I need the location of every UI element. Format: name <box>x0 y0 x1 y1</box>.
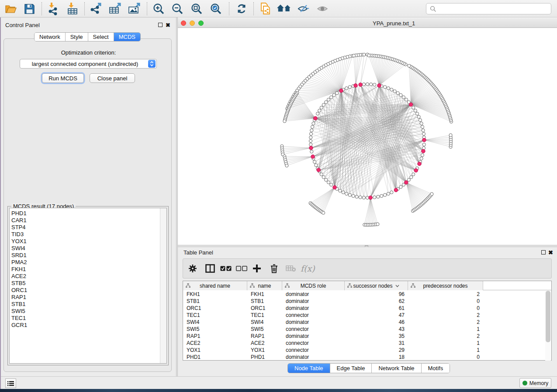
table-row[interactable]: ORC1ORC1dominator610 <box>183 305 545 312</box>
mcds-result-item[interactable]: CAR1 <box>10 217 166 224</box>
mcds-result-item[interactable]: PMA2 <box>10 259 166 266</box>
graph-hub-node[interactable] <box>369 196 373 200</box>
graph-node[interactable] <box>449 134 452 137</box>
table-float-icon[interactable] <box>541 250 546 254</box>
task-history-button[interactable] <box>5 378 16 388</box>
tab-edge-table[interactable]: Edge Table <box>330 364 372 373</box>
close-panel-button[interactable]: Close panel <box>90 73 135 83</box>
table-row[interactable]: ACE2ACE2connector311 <box>183 340 545 347</box>
refresh-button[interactable] <box>234 2 249 16</box>
tab-motifs[interactable]: Motifs <box>422 364 450 373</box>
graph-node[interactable] <box>348 86 351 89</box>
graph-hub-node[interactable] <box>359 83 363 87</box>
graph-node[interactable] <box>420 157 423 160</box>
graph-node[interactable] <box>399 93 402 96</box>
graph-node[interactable] <box>384 86 387 89</box>
zoom-out-button[interactable] <box>170 2 185 16</box>
graph-hub-node[interactable] <box>414 168 418 172</box>
graph-node[interactable] <box>312 122 315 125</box>
graph-node[interactable] <box>430 193 433 196</box>
graph-node[interactable] <box>327 181 330 184</box>
graph-node[interactable] <box>412 173 415 176</box>
mcds-result-item[interactable]: STB1 <box>10 301 166 308</box>
graph-node[interactable] <box>387 192 390 195</box>
open-file-button[interactable] <box>3 2 18 16</box>
import-network-button[interactable] <box>45 2 60 16</box>
graph-node[interactable] <box>421 125 424 128</box>
graph-node[interactable] <box>422 129 425 132</box>
graph-node[interactable] <box>322 175 325 179</box>
graph-node[interactable] <box>362 196 365 199</box>
graph-node[interactable] <box>415 112 419 115</box>
graph-hub-node[interactable] <box>339 89 343 93</box>
graph-node[interactable] <box>309 136 312 139</box>
mcds-result-item[interactable]: GCR1 <box>10 322 166 329</box>
mcds-result-item[interactable]: ORC1 <box>10 287 166 294</box>
float-panel-icon[interactable] <box>158 23 163 27</box>
graph-node[interactable] <box>417 115 420 118</box>
graph-hub-node[interactable] <box>422 149 426 153</box>
graph-node[interactable] <box>377 195 380 198</box>
graph-node[interactable] <box>363 53 366 56</box>
optimization-criterion-select[interactable]: largest connected component (undirected) <box>20 59 157 69</box>
graph-node[interactable] <box>396 92 399 95</box>
column-header-predecessor-nodes[interactable]: predecessor nodes <box>408 281 483 290</box>
graph-node[interactable] <box>352 54 355 57</box>
graph-hub-node[interactable] <box>405 181 408 185</box>
graph-node[interactable] <box>285 164 288 167</box>
graph-node[interactable] <box>412 106 415 109</box>
mcds-result-item[interactable]: RAP1 <box>10 294 166 301</box>
save-button[interactable] <box>22 2 37 16</box>
graph-node[interactable] <box>315 164 318 167</box>
graph-node[interactable] <box>370 83 373 86</box>
table-scrollbar[interactable] <box>545 291 551 361</box>
graph-node[interactable] <box>342 191 345 194</box>
graph-node[interactable] <box>309 132 312 135</box>
graph-node[interactable] <box>339 189 342 192</box>
graph-node[interactable] <box>330 96 333 99</box>
graph-node[interactable] <box>320 106 323 109</box>
graph-node[interactable] <box>420 122 423 125</box>
graph-node[interactable] <box>320 173 323 176</box>
graph-node[interactable] <box>407 178 410 181</box>
mcds-result-item[interactable]: ACE2 <box>10 273 166 280</box>
graph-node[interactable] <box>352 194 355 197</box>
graph-node[interactable] <box>362 83 365 86</box>
tab-select[interactable]: Select <box>88 33 114 41</box>
table-row[interactable]: TEC1TEC1connector472 <box>183 312 545 319</box>
function-builder-icon[interactable]: f(x) <box>301 264 315 273</box>
network-graph[interactable] <box>178 28 557 245</box>
graph-node[interactable] <box>355 195 358 198</box>
graph-node[interactable] <box>422 132 425 135</box>
add-column-icon[interactable] <box>253 264 261 273</box>
tab-style[interactable]: Style <box>66 33 88 41</box>
graph-hub-node[interactable] <box>333 186 337 189</box>
graph-node[interactable] <box>330 183 333 186</box>
close-window-icon[interactable] <box>181 21 186 26</box>
mcds-result-item[interactable]: STP4 <box>10 224 166 231</box>
mcds-result-item[interactable]: YOX1 <box>10 238 166 245</box>
deselect-all-icon[interactable] <box>236 266 247 271</box>
table-row[interactable]: YOX1YOX1connector291 <box>183 347 545 354</box>
tab-node-table[interactable]: Node Table <box>288 364 330 373</box>
graph-node[interactable] <box>322 103 325 107</box>
graph-node[interactable] <box>325 100 328 103</box>
graph-hub-node[interactable] <box>422 138 426 142</box>
graph-node[interactable] <box>309 139 312 142</box>
column-header-successor-nodes[interactable]: successor nodes <box>345 281 408 290</box>
zoom-selected-button[interactable] <box>208 2 223 16</box>
mcds-result-item[interactable]: STB5 <box>10 280 166 287</box>
graph-node[interactable] <box>313 160 316 163</box>
graph-hub-node[interactable] <box>418 162 422 166</box>
mcds-list-scrollbar[interactable] <box>160 208 166 363</box>
copy-network-button[interactable] <box>258 2 273 16</box>
tab-network[interactable]: Network <box>35 33 66 41</box>
zoom-fit-button[interactable] <box>189 2 204 16</box>
graph-node[interactable] <box>399 186 402 189</box>
graph-node[interactable] <box>310 129 313 132</box>
column-header-MCDS-role[interactable]: MCDS role <box>282 281 345 290</box>
graph-node[interactable] <box>408 64 411 67</box>
graph-hub-node[interactable] <box>311 155 315 159</box>
graph-node[interactable] <box>402 96 405 99</box>
select-all-icon[interactable] <box>220 266 232 271</box>
